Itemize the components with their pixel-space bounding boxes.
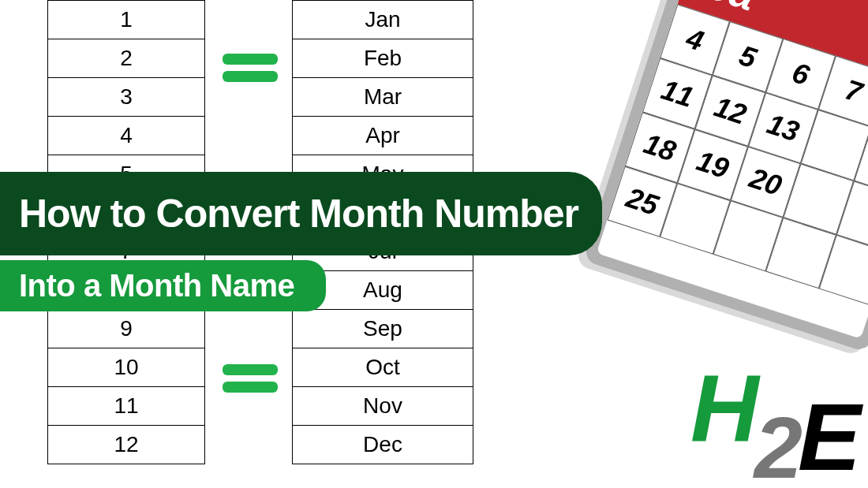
table-row: 2 bbox=[48, 39, 205, 78]
number-cell: 3 bbox=[48, 78, 205, 117]
table-row: 11 bbox=[48, 387, 205, 426]
number-cell: 10 bbox=[48, 348, 205, 387]
name-cell: Oct bbox=[293, 348, 473, 387]
number-cell: 2 bbox=[48, 39, 205, 78]
table-row: Sep bbox=[293, 310, 473, 348]
number-cell: 4 bbox=[48, 117, 205, 155]
equals-icon bbox=[223, 49, 278, 87]
table-row: Mar bbox=[293, 78, 473, 117]
number-cell: 12 bbox=[48, 426, 205, 464]
equals-icon bbox=[223, 359, 278, 397]
logo-letter-h: H bbox=[690, 354, 754, 463]
number-cell: 1 bbox=[48, 1, 205, 39]
name-cell: Nov bbox=[293, 387, 473, 426]
table-row: 9 bbox=[48, 310, 205, 348]
name-cell: Apr bbox=[293, 117, 473, 155]
logo-letter-e: E bbox=[798, 382, 856, 488]
number-cell: 9 bbox=[48, 310, 205, 348]
name-cell: Sep bbox=[293, 310, 473, 348]
table-row: 10 bbox=[48, 348, 205, 387]
table-row: Jan bbox=[293, 1, 473, 39]
h2e-logo: H2E bbox=[690, 384, 856, 488]
name-cell: Feb bbox=[293, 39, 473, 78]
table-row: 12 bbox=[48, 426, 205, 464]
table-row: 3 bbox=[48, 78, 205, 117]
table-row: Dec bbox=[293, 426, 473, 464]
name-cell: Dec bbox=[293, 426, 473, 464]
number-cell: 11 bbox=[48, 387, 205, 426]
title-banner: How to Convert Month Number bbox=[0, 172, 602, 255]
table-row: Apr bbox=[293, 117, 473, 155]
table-row: 4 bbox=[48, 117, 205, 155]
subtitle-banner: Into a Month Name bbox=[0, 260, 326, 311]
table-row: Nov bbox=[293, 387, 473, 426]
table-row: Oct bbox=[293, 348, 473, 387]
name-cell: Mar bbox=[293, 78, 473, 117]
table-row: Feb bbox=[293, 39, 473, 78]
logo-digit-2: 2 bbox=[754, 397, 798, 488]
table-row: 1 bbox=[48, 1, 205, 39]
calendar-icon: Ja 4 5 6 7 11 12 13 18 19 20 25 bbox=[582, 0, 868, 352]
name-cell: Jan bbox=[293, 1, 473, 39]
